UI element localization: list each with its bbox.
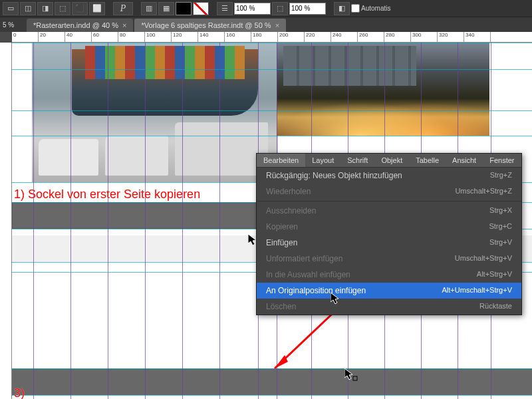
tool-button[interactable]: ⬚ (55, 2, 70, 15)
tool-button[interactable]: ⬚ (272, 2, 288, 15)
menu-item: KopierenStrg+C (257, 219, 521, 235)
context-menu-tab[interactable]: Objekt (374, 154, 409, 167)
document-tab[interactable]: *Rasterarten.indd @ 40 %× (27, 19, 133, 32)
context-menu-tab[interactable]: Bearbeiten (257, 154, 305, 167)
context-menu-tab[interactable]: Layout (305, 154, 340, 167)
menu-item: AusschneidenStrg+X (257, 203, 521, 219)
tool-button[interactable]: ⬜ (89, 2, 105, 15)
tool-button[interactable]: ◨ (37, 2, 53, 15)
menu-item[interactable]: EinfügenStrg+V (257, 235, 521, 251)
menu-item: LöschenRücktaste (257, 299, 521, 315)
close-icon[interactable]: × (275, 21, 279, 29)
tool-button[interactable]: ⬛ (72, 2, 88, 15)
horizontal-ruler[interactable]: 0204060801001201401601802002202402602803… (12, 32, 532, 43)
menu-item: Unformatiert einfügenUmschalt+Strg+V (257, 251, 521, 267)
zoom-field-1[interactable] (234, 3, 271, 15)
document-tabs: *Rasterarten.indd @ 40 %× *Vorlage 6 spa… (0, 17, 532, 32)
arrow-annotation (265, 305, 351, 378)
tool-button[interactable]: ☰ (217, 2, 233, 15)
context-menu-tab[interactable]: Fenster (483, 154, 521, 167)
zoom-field-2[interactable] (289, 3, 326, 15)
top-toolbar: ▭ ◫ ◨ ⬚ ⬛ ⬜ P ▥ ▦ ☰ ⬚ ◧ Automatis (0, 0, 532, 17)
context-menu-tab[interactable]: Ansicht (446, 154, 483, 167)
tool-button[interactable]: ▦ (158, 2, 174, 15)
tool-button[interactable]: ◫ (20, 2, 36, 15)
context-menu-tabs: BearbeitenLayoutSchriftObjektTabelleAnsi… (257, 154, 521, 168)
context-menu: BearbeitenLayoutSchriftObjektTabelleAnsi… (256, 153, 522, 315)
document-tab[interactable]: *Vorlage 6 spaltiges Raster.indt @ 50 %× (134, 19, 286, 32)
tool-button[interactable]: ▥ (141, 2, 157, 15)
context-menu-tab[interactable]: Tabelle (409, 154, 446, 167)
close-icon[interactable]: × (122, 21, 126, 29)
menu-item: WiederholenUmschalt+Strg+Z (257, 184, 521, 200)
sockel-frame[interactable] (12, 202, 258, 229)
tool-button[interactable]: ▭ (3, 2, 19, 15)
auto-checkbox[interactable]: Automatis (351, 4, 390, 13)
vertical-ruler[interactable] (0, 43, 12, 399)
stroke-swatch[interactable] (193, 2, 209, 15)
fill-swatch[interactable] (176, 2, 192, 15)
context-menu-tab[interactable]: Schrift (340, 154, 374, 167)
split-indicator: 5 % (0, 21, 17, 29)
text-tool-icon[interactable]: P (113, 2, 133, 15)
image-frame-trucks[interactable] (32, 43, 278, 182)
menu-item[interactable]: An Originalposition einfügenAlt+Umschalt… (257, 283, 521, 299)
tool-button[interactable]: ◧ (334, 2, 350, 15)
menu-item[interactable]: Rückgängig: Neues Objekt hinzufügenStrg+… (257, 168, 521, 184)
menu-item: In die Auswahl einfügenAlt+Strg+V (257, 267, 521, 283)
